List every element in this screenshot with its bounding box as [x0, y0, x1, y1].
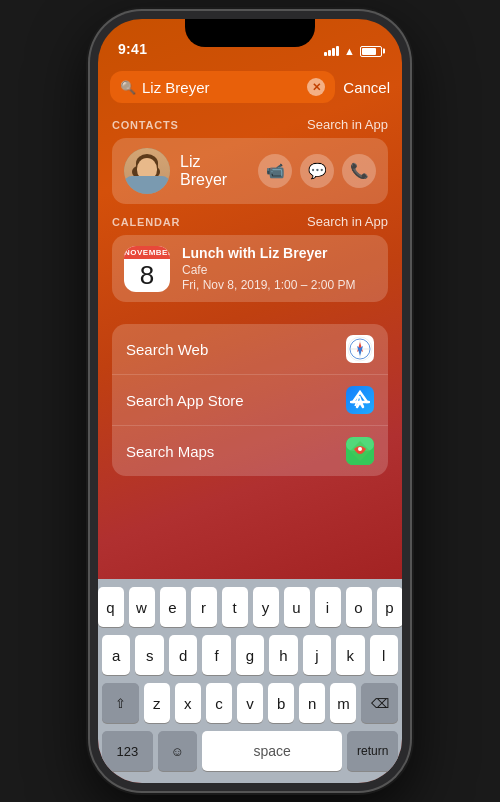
key-n[interactable]: n: [299, 683, 325, 723]
search-icon: 🔍: [120, 80, 136, 95]
key-w[interactable]: w: [129, 587, 155, 627]
key-emoji[interactable]: ☺: [158, 731, 197, 771]
search-web-item[interactable]: Search Web: [112, 324, 388, 374]
contact-card[interactable]: Liz Breyer 📹 💬 📞: [112, 138, 388, 204]
wifi-icon: ▲: [344, 45, 355, 57]
key-x[interactable]: x: [175, 683, 201, 723]
key-row-2: a s d f g h j k l: [102, 635, 398, 675]
cancel-button[interactable]: Cancel: [343, 79, 390, 96]
key-m[interactable]: m: [330, 683, 356, 723]
contact-name: Liz Breyer: [180, 153, 248, 189]
calendar-section: CALENDAR Search in App November 8 Lunch …: [98, 208, 402, 306]
key-delete[interactable]: ⌫: [361, 683, 398, 723]
key-space[interactable]: space: [202, 731, 343, 771]
battery-icon: [360, 46, 382, 57]
keyboard: q w e r t y u i o p a s d f g h: [98, 579, 402, 783]
maps-icon: [346, 437, 374, 465]
search-options-list: Search Web: [112, 324, 388, 476]
message-button[interactable]: 💬: [300, 154, 334, 188]
key-b[interactable]: b: [268, 683, 294, 723]
contacts-section: CONTACTS Search in App Liz Breyer 📹: [98, 111, 402, 208]
search-web-label: Search Web: [126, 341, 334, 358]
key-row-4: 123 ☺ space return: [102, 731, 398, 771]
content-area: 🔍 Liz Breyer ✕ Cancel CONTACTS Search in…: [98, 63, 402, 783]
key-s[interactable]: s: [135, 635, 163, 675]
contacts-search-in-app[interactable]: Search in App: [307, 117, 388, 132]
video-call-button[interactable]: 📹: [258, 154, 292, 188]
key-k[interactable]: k: [336, 635, 364, 675]
event-time: Fri, Nov 8, 2019, 1:00 – 2:00 PM: [182, 278, 376, 292]
key-o[interactable]: o: [346, 587, 372, 627]
search-clear-button[interactable]: ✕: [307, 78, 325, 96]
key-v[interactable]: v: [237, 683, 263, 723]
screen: 9:41 ▲ 🔍 Liz Breyer: [98, 19, 402, 783]
cal-details: Lunch with Liz Breyer Cafe Fri, Nov 8, 2…: [182, 245, 376, 292]
cal-month: November: [124, 246, 170, 259]
key-d[interactable]: d: [169, 635, 197, 675]
safari-icon: [346, 335, 374, 363]
search-app-store-label: Search App Store: [126, 392, 334, 409]
signal-icon: [324, 46, 339, 56]
status-time: 9:41: [118, 41, 147, 57]
event-title: Lunch with Liz Breyer: [182, 245, 376, 261]
cal-day: 8: [124, 259, 170, 292]
key-a[interactable]: a: [102, 635, 130, 675]
key-row-3: ⇧ z x c v b n m ⌫: [102, 683, 398, 723]
key-f[interactable]: f: [202, 635, 230, 675]
search-query-text: Liz Breyer: [142, 79, 301, 96]
key-c[interactable]: c: [206, 683, 232, 723]
app-store-icon: A: [346, 386, 374, 414]
calendar-card[interactable]: November 8 Lunch with Liz Breyer Cafe Fr…: [112, 235, 388, 302]
notch: [185, 19, 315, 47]
avatar: [124, 148, 170, 194]
key-r[interactable]: r: [191, 587, 217, 627]
contacts-section-label: CONTACTS: [112, 119, 179, 131]
key-y[interactable]: y: [253, 587, 279, 627]
search-bar-container: 🔍 Liz Breyer ✕ Cancel: [98, 63, 402, 111]
key-p[interactable]: p: [377, 587, 403, 627]
search-app-store-item[interactable]: Search App Store A: [112, 374, 388, 425]
phone-shell: 9:41 ▲ 🔍 Liz Breyer: [90, 11, 410, 791]
calendar-icon: November 8: [124, 246, 170, 292]
key-q[interactable]: q: [98, 587, 124, 627]
search-input-wrapper[interactable]: 🔍 Liz Breyer ✕: [110, 71, 335, 103]
search-maps-item[interactable]: Search Maps: [112, 425, 388, 476]
search-maps-label: Search Maps: [126, 443, 334, 460]
key-numbers[interactable]: 123: [102, 731, 153, 771]
event-location: Cafe: [182, 263, 376, 277]
svg-point-11: [358, 447, 362, 451]
key-g[interactable]: g: [236, 635, 264, 675]
calendar-section-label: CALENDAR: [112, 216, 180, 228]
key-row-1: q w e r t y u i o p: [102, 587, 398, 627]
calendar-section-header: CALENDAR Search in App: [112, 214, 388, 229]
contact-actions: 📹 💬 📞: [258, 154, 376, 188]
key-shift[interactable]: ⇧: [102, 683, 139, 723]
search-options-section: Search Web: [98, 306, 402, 480]
key-u[interactable]: u: [284, 587, 310, 627]
key-z[interactable]: z: [144, 683, 170, 723]
key-e[interactable]: e: [160, 587, 186, 627]
key-j[interactable]: j: [303, 635, 331, 675]
calendar-search-in-app[interactable]: Search in App: [307, 214, 388, 229]
key-h[interactable]: h: [269, 635, 297, 675]
key-l[interactable]: l: [370, 635, 398, 675]
key-i[interactable]: i: [315, 587, 341, 627]
phone-call-button[interactable]: 📞: [342, 154, 376, 188]
key-return[interactable]: return: [347, 731, 398, 771]
contacts-section-header: CONTACTS Search in App: [112, 117, 388, 132]
status-icons: ▲: [324, 45, 382, 57]
key-t[interactable]: t: [222, 587, 248, 627]
